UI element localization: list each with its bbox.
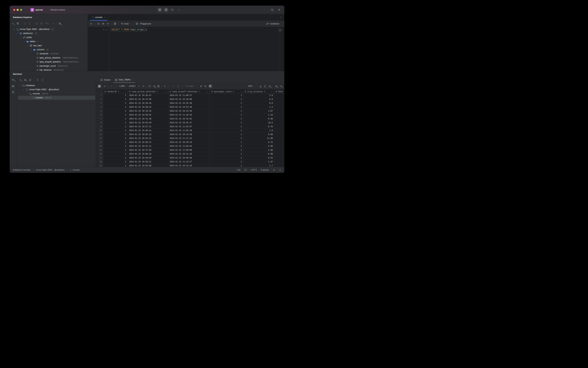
table-cell[interactable] <box>274 129 284 132</box>
editor-code-area[interactable]: SELECT * FROM taxi_trips; <box>109 27 284 71</box>
table-row[interactable]: 822024-01-25 10:03:502024-01-25 10:42:27… <box>96 121 284 125</box>
table-cell[interactable] <box>274 93 284 97</box>
table-row-number[interactable]: 16 <box>96 152 103 156</box>
table-cell[interactable]: 2024-01-25 10:55:43 <box>168 117 210 121</box>
table-cell[interactable]: 1 <box>210 117 243 121</box>
table-cell[interactable]: 2 <box>103 121 128 125</box>
table-row-number[interactable]: 1 <box>96 93 103 97</box>
chevron-down-icon[interactable] <box>23 40 25 43</box>
table-cell[interactable] <box>274 125 284 129</box>
table-cell[interactable]: 2 <box>103 113 128 117</box>
table-row-number[interactable]: 12 <box>96 137 103 140</box>
encoding-widget[interactable]: UTF-8 <box>251 169 257 171</box>
table-row-number[interactable]: 5 <box>96 109 103 113</box>
page-range-dropdown[interactable]: 1-500 <box>119 85 127 87</box>
chevron-down-icon[interactable] <box>23 89 25 91</box>
table-cell[interactable]: 2024-01-25 10:53:20 <box>168 105 210 109</box>
submit-icon[interactable] <box>177 85 179 88</box>
table-cell[interactable] <box>274 121 284 125</box>
column-header-vendorid[interactable]: VendorID <box>103 90 128 93</box>
table-cell[interactable]: 1 <box>210 101 243 105</box>
execute-icon[interactable] <box>90 22 92 25</box>
table-cell[interactable]: 0.68 <box>243 132 274 136</box>
vcs-widget[interactable]: Version control <box>50 9 68 11</box>
table-row[interactable]: 622024-01-25 10:58:452024-01-25 11:16:19… <box>96 113 284 117</box>
table-cell[interactable]: 2 <box>103 144 128 148</box>
tab-console[interactable]: console <box>90 14 107 20</box>
table-row[interactable]: 1322024-01-25 10:28:122024-01-25 10:39:1… <box>96 140 284 144</box>
grid-view-button[interactable] <box>98 84 101 88</box>
table-cell[interactable]: 1 <box>210 93 243 97</box>
tree-item-database[interactable]: datafusion 1 <box>10 31 88 35</box>
settings-gear-icon[interactable] <box>278 8 281 11</box>
browse-table-icon[interactable] <box>114 22 116 25</box>
table-cell[interactable] <box>274 113 284 117</box>
table-cell[interactable]: 1.07 <box>243 109 274 113</box>
chevron-down-icon[interactable] <box>30 49 32 51</box>
indent-widget[interactable]: 4 spaces <box>261 169 269 171</box>
table-cell[interactable]: 1 <box>210 109 243 113</box>
table-row-number[interactable]: 4 <box>96 105 103 109</box>
disconnect-icon[interactable] <box>28 22 31 25</box>
table-cell[interactable]: 2024-01-25 10:36:47 <box>128 93 168 97</box>
table-cell[interactable]: 0.8 <box>243 101 274 105</box>
table-row[interactable]: 1222024-01-25 10:55:352024-01-25 11:27:2… <box>96 137 284 140</box>
table-cell[interactable]: 18.6 <box>243 121 274 125</box>
export-icon[interactable] <box>264 85 266 88</box>
chart-view-button[interactable] <box>103 84 107 88</box>
chevron-down-icon[interactable] <box>26 92 28 95</box>
import-icon[interactable] <box>259 85 262 88</box>
database-tool-button[interactable] <box>157 8 162 12</box>
ddl-button[interactable]: DDL <box>45 22 49 25</box>
tree-item-schema[interactable]: public <box>10 35 88 39</box>
table-row[interactable]: 412024-01-25 10:38:322024-01-25 10:53:20… <box>96 105 284 109</box>
table-cell[interactable] <box>274 160 284 164</box>
view-settings-icon[interactable] <box>275 85 278 88</box>
breadcrumb-item[interactable]: Database Consoles <box>13 169 31 171</box>
expand-all-icon[interactable] <box>36 79 39 81</box>
tab-taxi-trips[interactable]: TAXI_TRIPS <box>113 77 135 83</box>
table-cell[interactable]: 2024-01-25 10:14:38 <box>168 132 210 136</box>
table-row[interactable]: 1522024-01-25 10:37:042024-01-25 11:00:0… <box>96 148 284 152</box>
table-cell[interactable] <box>274 117 284 121</box>
table-cell[interactable]: 2.06 <box>243 144 274 148</box>
tree-item-columns-folder[interactable]: columns 19 <box>10 47 88 52</box>
table-row-number[interactable]: 7 <box>96 117 103 121</box>
table-cell[interactable]: 1 <box>103 105 128 109</box>
jump-to-console-icon[interactable] <box>36 22 38 25</box>
table-cell[interactable]: 2024-01-25 10:21:26 <box>168 152 210 156</box>
table-cell[interactable]: 2024-01-25 10:58:45 <box>128 113 168 117</box>
chevron-down-icon[interactable] <box>17 32 18 34</box>
breadcrumb-item[interactable]: console <box>73 169 80 171</box>
table-cell[interactable]: 1.47 <box>243 160 274 164</box>
table-cell[interactable]: 2024-01-25 10:55:35 <box>128 137 168 140</box>
caret-position-widget[interactable]: 1:26 <box>236 169 240 171</box>
table-cell[interactable]: 1 <box>103 129 128 132</box>
console-settings-icon[interactable] <box>107 22 109 25</box>
table-cell[interactable]: 2024-01-25 10:58:21 <box>128 160 168 164</box>
table-cell[interactable]: 2024-01-25 11:03:07 <box>168 125 210 129</box>
project-files-button[interactable] <box>170 8 175 12</box>
parameters-icon[interactable] <box>102 22 104 25</box>
table-cell[interactable]: 1 <box>210 140 243 144</box>
column-header-rate[interactable]: Rate <box>274 90 284 93</box>
tree-item-connection[interactable]: Arrow Flight JDBC - @localhost 1 <box>10 27 88 31</box>
services-item-connection[interactable]: Arrow Flight JDBC - @localhost <box>17 88 96 92</box>
table-cell[interactable]: 2.46 <box>243 148 274 152</box>
filter-funnel-icon[interactable] <box>264 91 266 92</box>
table-cell[interactable]: 2024-01-25 10:05:23 <box>128 132 168 136</box>
table-cell[interactable]: 0.43 <box>243 156 274 160</box>
table-cell[interactable]: 2024-01-25 10:39:40 <box>128 156 168 160</box>
table-cell[interactable]: 1.3 <box>243 105 274 109</box>
table-row-number[interactable]: 18 <box>96 160 103 164</box>
table-cell[interactable]: 2024-01-25 10:30:56 <box>128 101 168 105</box>
table-cell[interactable]: 9.49 <box>243 117 274 121</box>
table-cell[interactable]: 1 <box>210 152 243 156</box>
table-row[interactable]: 1722024-01-25 10:39:402024-01-25 10:49:5… <box>96 156 284 160</box>
table-cell[interactable]: 1 <box>210 164 243 167</box>
tab-options-icon[interactable] <box>280 16 282 19</box>
table-cell[interactable]: 1 <box>210 121 243 125</box>
column-header-trip-distance[interactable]: trip_distance <box>243 90 274 93</box>
table-cell[interactable]: 1.8 <box>243 129 274 132</box>
table-row[interactable]: 312024-01-25 10:30:562024-01-25 10:35:28… <box>96 101 284 105</box>
